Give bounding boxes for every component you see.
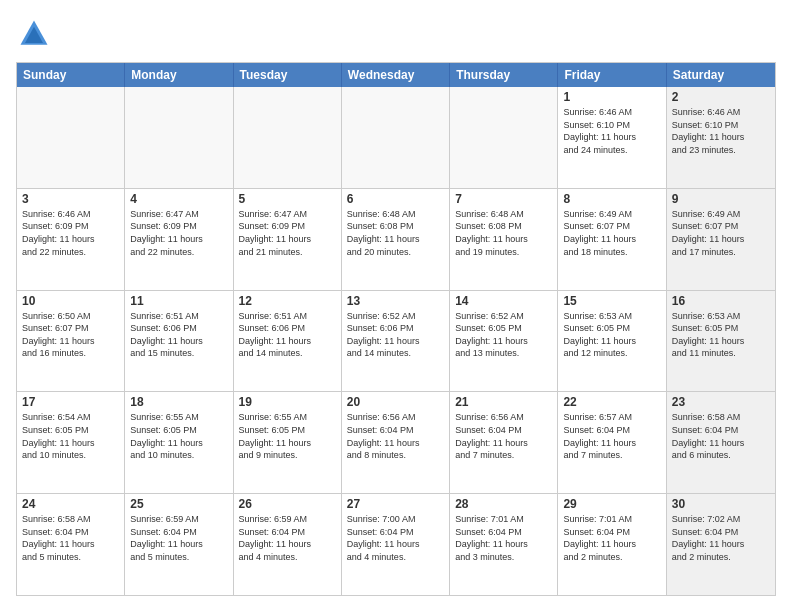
header-day-sunday: Sunday (17, 63, 125, 87)
cal-cell (17, 87, 125, 188)
day-number: 10 (22, 294, 119, 308)
cal-cell: 3Sunrise: 6:46 AMSunset: 6:09 PMDaylight… (17, 189, 125, 290)
day-number: 5 (239, 192, 336, 206)
cal-cell: 17Sunrise: 6:54 AMSunset: 6:05 PMDayligh… (17, 392, 125, 493)
cal-cell: 12Sunrise: 6:51 AMSunset: 6:06 PMDayligh… (234, 291, 342, 392)
calendar-row-1: 3Sunrise: 6:46 AMSunset: 6:09 PMDaylight… (17, 188, 775, 290)
cal-cell (234, 87, 342, 188)
day-number: 8 (563, 192, 660, 206)
cell-info: Sunrise: 6:58 AMSunset: 6:04 PMDaylight:… (22, 513, 119, 563)
day-number: 24 (22, 497, 119, 511)
cell-info: Sunrise: 6:55 AMSunset: 6:05 PMDaylight:… (239, 411, 336, 461)
calendar-row-2: 10Sunrise: 6:50 AMSunset: 6:07 PMDayligh… (17, 290, 775, 392)
cell-info: Sunrise: 6:53 AMSunset: 6:05 PMDaylight:… (563, 310, 660, 360)
day-number: 3 (22, 192, 119, 206)
cell-info: Sunrise: 6:54 AMSunset: 6:05 PMDaylight:… (22, 411, 119, 461)
day-number: 7 (455, 192, 552, 206)
cell-info: Sunrise: 7:01 AMSunset: 6:04 PMDaylight:… (563, 513, 660, 563)
cell-info: Sunrise: 6:52 AMSunset: 6:05 PMDaylight:… (455, 310, 552, 360)
cell-info: Sunrise: 6:56 AMSunset: 6:04 PMDaylight:… (455, 411, 552, 461)
cal-cell: 29Sunrise: 7:01 AMSunset: 6:04 PMDayligh… (558, 494, 666, 595)
cell-info: Sunrise: 6:59 AMSunset: 6:04 PMDaylight:… (239, 513, 336, 563)
cal-cell: 10Sunrise: 6:50 AMSunset: 6:07 PMDayligh… (17, 291, 125, 392)
calendar-row-4: 24Sunrise: 6:58 AMSunset: 6:04 PMDayligh… (17, 493, 775, 595)
cell-info: Sunrise: 6:57 AMSunset: 6:04 PMDaylight:… (563, 411, 660, 461)
calendar-header: SundayMondayTuesdayWednesdayThursdayFrid… (17, 63, 775, 87)
cal-cell: 18Sunrise: 6:55 AMSunset: 6:05 PMDayligh… (125, 392, 233, 493)
calendar: SundayMondayTuesdayWednesdayThursdayFrid… (16, 62, 776, 596)
cal-cell: 6Sunrise: 6:48 AMSunset: 6:08 PMDaylight… (342, 189, 450, 290)
cell-info: Sunrise: 7:02 AMSunset: 6:04 PMDaylight:… (672, 513, 770, 563)
cal-cell: 28Sunrise: 7:01 AMSunset: 6:04 PMDayligh… (450, 494, 558, 595)
cal-cell: 27Sunrise: 7:00 AMSunset: 6:04 PMDayligh… (342, 494, 450, 595)
day-number: 30 (672, 497, 770, 511)
cell-info: Sunrise: 6:47 AMSunset: 6:09 PMDaylight:… (239, 208, 336, 258)
cal-cell: 26Sunrise: 6:59 AMSunset: 6:04 PMDayligh… (234, 494, 342, 595)
day-number: 18 (130, 395, 227, 409)
day-number: 26 (239, 497, 336, 511)
day-number: 23 (672, 395, 770, 409)
logo (16, 16, 56, 52)
day-number: 20 (347, 395, 444, 409)
cal-cell: 8Sunrise: 6:49 AMSunset: 6:07 PMDaylight… (558, 189, 666, 290)
calendar-row-3: 17Sunrise: 6:54 AMSunset: 6:05 PMDayligh… (17, 391, 775, 493)
cal-cell: 30Sunrise: 7:02 AMSunset: 6:04 PMDayligh… (667, 494, 775, 595)
header-day-friday: Friday (558, 63, 666, 87)
cell-info: Sunrise: 6:59 AMSunset: 6:04 PMDaylight:… (130, 513, 227, 563)
cell-info: Sunrise: 6:48 AMSunset: 6:08 PMDaylight:… (455, 208, 552, 258)
cell-info: Sunrise: 6:46 AMSunset: 6:10 PMDaylight:… (563, 106, 660, 156)
cell-info: Sunrise: 6:49 AMSunset: 6:07 PMDaylight:… (672, 208, 770, 258)
cal-cell: 1Sunrise: 6:46 AMSunset: 6:10 PMDaylight… (558, 87, 666, 188)
cell-info: Sunrise: 7:00 AMSunset: 6:04 PMDaylight:… (347, 513, 444, 563)
logo-icon (16, 16, 52, 52)
day-number: 15 (563, 294, 660, 308)
cell-info: Sunrise: 6:48 AMSunset: 6:08 PMDaylight:… (347, 208, 444, 258)
day-number: 12 (239, 294, 336, 308)
cell-info: Sunrise: 6:49 AMSunset: 6:07 PMDaylight:… (563, 208, 660, 258)
day-number: 21 (455, 395, 552, 409)
cal-cell: 25Sunrise: 6:59 AMSunset: 6:04 PMDayligh… (125, 494, 233, 595)
cell-info: Sunrise: 6:58 AMSunset: 6:04 PMDaylight:… (672, 411, 770, 461)
cell-info: Sunrise: 7:01 AMSunset: 6:04 PMDaylight:… (455, 513, 552, 563)
cal-cell: 16Sunrise: 6:53 AMSunset: 6:05 PMDayligh… (667, 291, 775, 392)
day-number: 13 (347, 294, 444, 308)
cal-cell (125, 87, 233, 188)
header (16, 16, 776, 52)
cal-cell: 23Sunrise: 6:58 AMSunset: 6:04 PMDayligh… (667, 392, 775, 493)
cal-cell: 22Sunrise: 6:57 AMSunset: 6:04 PMDayligh… (558, 392, 666, 493)
day-number: 19 (239, 395, 336, 409)
day-number: 14 (455, 294, 552, 308)
day-number: 16 (672, 294, 770, 308)
cal-cell: 13Sunrise: 6:52 AMSunset: 6:06 PMDayligh… (342, 291, 450, 392)
cal-cell: 20Sunrise: 6:56 AMSunset: 6:04 PMDayligh… (342, 392, 450, 493)
cell-info: Sunrise: 6:56 AMSunset: 6:04 PMDaylight:… (347, 411, 444, 461)
cal-cell: 7Sunrise: 6:48 AMSunset: 6:08 PMDaylight… (450, 189, 558, 290)
header-day-thursday: Thursday (450, 63, 558, 87)
cell-info: Sunrise: 6:55 AMSunset: 6:05 PMDaylight:… (130, 411, 227, 461)
cal-cell (342, 87, 450, 188)
cal-cell (450, 87, 558, 188)
cal-cell: 4Sunrise: 6:47 AMSunset: 6:09 PMDaylight… (125, 189, 233, 290)
calendar-body: 1Sunrise: 6:46 AMSunset: 6:10 PMDaylight… (17, 87, 775, 595)
day-number: 17 (22, 395, 119, 409)
day-number: 22 (563, 395, 660, 409)
cell-info: Sunrise: 6:46 AMSunset: 6:10 PMDaylight:… (672, 106, 770, 156)
day-number: 4 (130, 192, 227, 206)
cal-cell: 5Sunrise: 6:47 AMSunset: 6:09 PMDaylight… (234, 189, 342, 290)
cell-info: Sunrise: 6:46 AMSunset: 6:09 PMDaylight:… (22, 208, 119, 258)
day-number: 25 (130, 497, 227, 511)
cell-info: Sunrise: 6:47 AMSunset: 6:09 PMDaylight:… (130, 208, 227, 258)
cal-cell: 11Sunrise: 6:51 AMSunset: 6:06 PMDayligh… (125, 291, 233, 392)
header-day-monday: Monday (125, 63, 233, 87)
day-number: 9 (672, 192, 770, 206)
cal-cell: 21Sunrise: 6:56 AMSunset: 6:04 PMDayligh… (450, 392, 558, 493)
day-number: 29 (563, 497, 660, 511)
header-day-tuesday: Tuesday (234, 63, 342, 87)
cell-info: Sunrise: 6:51 AMSunset: 6:06 PMDaylight:… (130, 310, 227, 360)
day-number: 27 (347, 497, 444, 511)
day-number: 11 (130, 294, 227, 308)
header-day-wednesday: Wednesday (342, 63, 450, 87)
cell-info: Sunrise: 6:50 AMSunset: 6:07 PMDaylight:… (22, 310, 119, 360)
header-day-saturday: Saturday (667, 63, 775, 87)
day-number: 2 (672, 90, 770, 104)
